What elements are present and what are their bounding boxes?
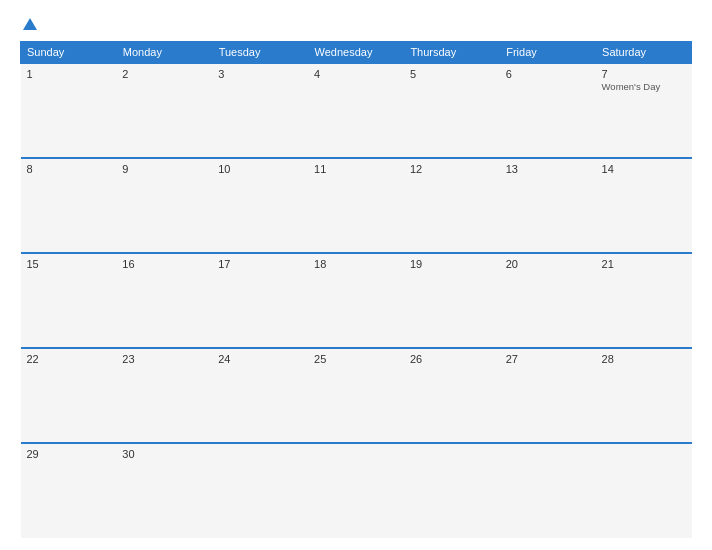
day-number: 2: [122, 68, 206, 80]
calendar-cell: 5: [404, 63, 500, 158]
day-number: 16: [122, 258, 206, 270]
calendar-cell: [308, 443, 404, 538]
day-number: 18: [314, 258, 398, 270]
logo-triangle-icon: [23, 18, 37, 30]
calendar-week-row: 1234567Women's Day: [21, 63, 692, 158]
day-number: 8: [27, 163, 111, 175]
weekday-row: SundayMondayTuesdayWednesdayThursdayFrid…: [21, 42, 692, 64]
calendar-header: SundayMondayTuesdayWednesdayThursdayFrid…: [21, 42, 692, 64]
calendar-cell: 23: [116, 348, 212, 443]
weekday-header: Thursday: [404, 42, 500, 64]
calendar-cell: 2: [116, 63, 212, 158]
calendar-cell: 16: [116, 253, 212, 348]
calendar-cell: 20: [500, 253, 596, 348]
calendar-body: 1234567Women's Day8910111213141516171819…: [21, 63, 692, 538]
calendar-cell: 12: [404, 158, 500, 253]
calendar-cell: 18: [308, 253, 404, 348]
day-event: Women's Day: [602, 81, 661, 92]
logo: [20, 18, 37, 31]
calendar-page: SundayMondayTuesdayWednesdayThursdayFrid…: [0, 0, 712, 550]
day-number: 5: [410, 68, 494, 80]
day-number: 20: [506, 258, 590, 270]
day-number: 12: [410, 163, 494, 175]
weekday-header: Monday: [116, 42, 212, 64]
calendar-cell: 1: [21, 63, 117, 158]
day-number: 1: [27, 68, 111, 80]
calendar-cell: 9: [116, 158, 212, 253]
day-number: 25: [314, 353, 398, 365]
day-number: 3: [218, 68, 302, 80]
day-number: 23: [122, 353, 206, 365]
calendar-cell: [596, 443, 692, 538]
day-number: 19: [410, 258, 494, 270]
day-number: 29: [27, 448, 111, 460]
calendar-week-row: 891011121314: [21, 158, 692, 253]
calendar-week-row: 15161718192021: [21, 253, 692, 348]
header: [20, 18, 692, 31]
calendar-cell: 4: [308, 63, 404, 158]
weekday-header: Sunday: [21, 42, 117, 64]
day-number: 24: [218, 353, 302, 365]
calendar-cell: 24: [212, 348, 308, 443]
calendar-cell: 15: [21, 253, 117, 348]
calendar-cell: 11: [308, 158, 404, 253]
calendar-cell: 29: [21, 443, 117, 538]
day-number: 7: [602, 68, 686, 80]
calendar-cell: 13: [500, 158, 596, 253]
weekday-header: Wednesday: [308, 42, 404, 64]
day-number: 22: [27, 353, 111, 365]
calendar-table: SundayMondayTuesdayWednesdayThursdayFrid…: [20, 41, 692, 538]
calendar: SundayMondayTuesdayWednesdayThursdayFrid…: [20, 41, 692, 538]
calendar-cell: 6: [500, 63, 596, 158]
weekday-header: Tuesday: [212, 42, 308, 64]
calendar-week-row: 22232425262728: [21, 348, 692, 443]
weekday-header: Saturday: [596, 42, 692, 64]
calendar-cell: 22: [21, 348, 117, 443]
day-number: 10: [218, 163, 302, 175]
calendar-cell: [500, 443, 596, 538]
day-number: 11: [314, 163, 398, 175]
logo-blue-text: [20, 18, 37, 31]
calendar-cell: 10: [212, 158, 308, 253]
day-number: 6: [506, 68, 590, 80]
day-number: 4: [314, 68, 398, 80]
day-number: 27: [506, 353, 590, 365]
calendar-week-row: 2930: [21, 443, 692, 538]
calendar-cell: 8: [21, 158, 117, 253]
day-number: 17: [218, 258, 302, 270]
calendar-cell: [212, 443, 308, 538]
calendar-cell: 26: [404, 348, 500, 443]
calendar-cell: 27: [500, 348, 596, 443]
day-number: 30: [122, 448, 206, 460]
day-number: 21: [602, 258, 686, 270]
day-number: 26: [410, 353, 494, 365]
calendar-cell: 21: [596, 253, 692, 348]
weekday-header: Friday: [500, 42, 596, 64]
calendar-cell: [404, 443, 500, 538]
calendar-cell: 25: [308, 348, 404, 443]
day-number: 13: [506, 163, 590, 175]
day-number: 15: [27, 258, 111, 270]
calendar-cell: 17: [212, 253, 308, 348]
calendar-cell: 3: [212, 63, 308, 158]
day-number: 28: [602, 353, 686, 365]
calendar-cell: 14: [596, 158, 692, 253]
day-number: 9: [122, 163, 206, 175]
calendar-cell: 19: [404, 253, 500, 348]
day-number: 14: [602, 163, 686, 175]
calendar-cell: 7Women's Day: [596, 63, 692, 158]
calendar-cell: 30: [116, 443, 212, 538]
calendar-cell: 28: [596, 348, 692, 443]
